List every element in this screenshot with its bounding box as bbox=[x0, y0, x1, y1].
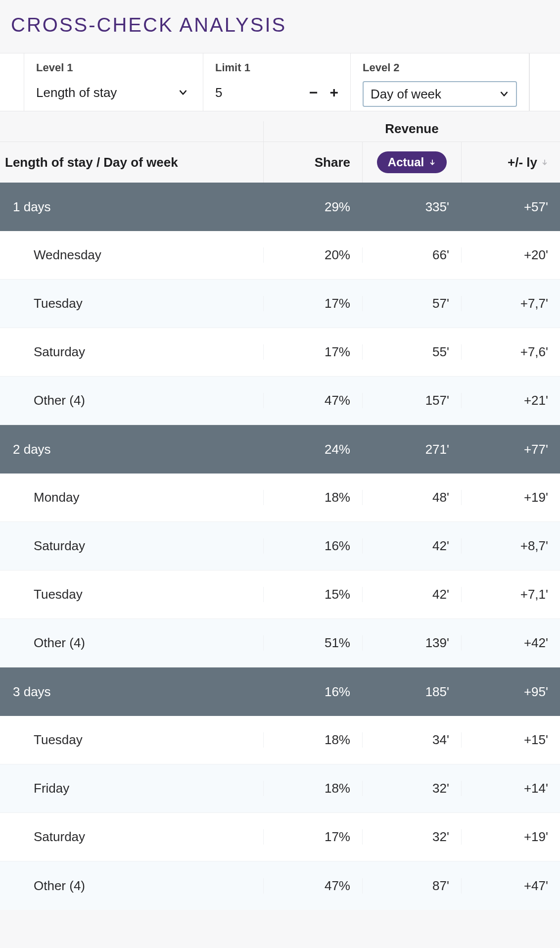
row-share: 17% bbox=[263, 344, 362, 360]
limit-decrement-button[interactable]: − bbox=[309, 85, 318, 100]
row-actual: 57' bbox=[362, 296, 461, 311]
column-actual-label: Actual bbox=[388, 155, 424, 169]
row-label: Saturday bbox=[0, 538, 263, 554]
row-actual: 66' bbox=[362, 247, 461, 263]
row-ly: +7,7' bbox=[461, 296, 560, 311]
row-ly: +7,6' bbox=[461, 344, 560, 360]
group-share: 16% bbox=[263, 684, 362, 700]
row-ly: +8,7' bbox=[461, 538, 560, 554]
table-row[interactable]: Saturday17%32'+19' bbox=[0, 813, 560, 861]
row-label: Tuesday bbox=[0, 732, 263, 748]
column-share[interactable]: Share bbox=[263, 142, 362, 183]
row-share: 18% bbox=[263, 490, 362, 505]
row-label: Other (4) bbox=[0, 635, 263, 651]
actual-sort-pill[interactable]: Actual bbox=[377, 151, 447, 173]
group-actual: 271' bbox=[362, 442, 461, 457]
row-label: Tuesday bbox=[0, 296, 263, 311]
table-row[interactable]: Saturday17%55'+7,6' bbox=[0, 328, 560, 377]
row-label: Other (4) bbox=[0, 393, 263, 408]
row-label: Saturday bbox=[0, 829, 263, 845]
group-row[interactable]: 3 days16%185'+95' bbox=[0, 667, 560, 716]
row-actual: 48' bbox=[362, 490, 461, 505]
row-actual: 32' bbox=[362, 781, 461, 796]
filter-tail bbox=[529, 53, 560, 111]
row-ly: +42' bbox=[461, 635, 560, 651]
group-share: 29% bbox=[263, 199, 362, 215]
row-label: Saturday bbox=[0, 344, 263, 360]
filter-level2-label: Level 2 bbox=[363, 61, 517, 74]
filter-level2: Level 2 Day of week bbox=[350, 53, 529, 111]
table-row[interactable]: Other (4)51%139'+42' bbox=[0, 619, 560, 667]
row-actual: 87' bbox=[362, 878, 461, 894]
row-label: Other (4) bbox=[0, 878, 263, 894]
row-share: 15% bbox=[263, 587, 362, 602]
group-ly: +77' bbox=[461, 442, 560, 457]
row-ly: +20' bbox=[461, 247, 560, 263]
table-row[interactable]: Other (4)47%157'+21' bbox=[0, 377, 560, 425]
row-label: Monday bbox=[0, 490, 263, 505]
page-title: CROSS-CHECK ANALYSIS bbox=[0, 0, 560, 53]
group-actual: 335' bbox=[362, 199, 461, 215]
group-label: 1 days bbox=[0, 199, 263, 215]
row-share: 47% bbox=[263, 393, 362, 408]
table-body: 1 days29%335'+57'Wednesday20%66'+20'Tues… bbox=[0, 183, 560, 910]
filter-bar: Level 1 Length of stay Limit 1 5 − + Lev… bbox=[0, 53, 560, 111]
row-actual: 32' bbox=[362, 829, 461, 845]
level2-value: Day of week bbox=[371, 87, 441, 102]
group-actual: 185' bbox=[362, 684, 461, 700]
row-ly: +15' bbox=[461, 732, 560, 748]
level1-value: Length of stay bbox=[36, 85, 117, 100]
filter-limit1: Limit 1 5 − + bbox=[203, 53, 350, 111]
table-row[interactable]: Tuesday18%34'+15' bbox=[0, 716, 560, 764]
column-actual[interactable]: Actual bbox=[362, 142, 461, 183]
filter-limit1-label: Limit 1 bbox=[215, 61, 338, 74]
table-row[interactable]: Friday18%32'+14' bbox=[0, 764, 560, 813]
level2-select[interactable]: Day of week bbox=[363, 81, 517, 107]
table-row[interactable]: Tuesday17%57'+7,7' bbox=[0, 280, 560, 328]
limit-increment-button[interactable]: + bbox=[329, 85, 338, 100]
row-share: 17% bbox=[263, 296, 362, 311]
filter-level1: Level 1 Length of stay bbox=[24, 53, 203, 111]
group-share: 24% bbox=[263, 442, 362, 457]
table-row[interactable]: Monday18%48'+19' bbox=[0, 474, 560, 522]
table-header: Revenue Length of stay / Day of week Sha… bbox=[0, 111, 560, 183]
row-actual: 55' bbox=[362, 344, 461, 360]
table-row[interactable]: Tuesday15%42'+7,1' bbox=[0, 570, 560, 619]
group-row[interactable]: 2 days24%271'+77' bbox=[0, 425, 560, 474]
column-group-revenue: Revenue bbox=[263, 121, 560, 142]
sort-desc-icon bbox=[429, 159, 436, 166]
row-ly: +14' bbox=[461, 781, 560, 796]
row-share: 18% bbox=[263, 781, 362, 796]
row-label: Wednesday bbox=[0, 247, 263, 263]
row-ly: +47' bbox=[461, 878, 560, 894]
group-label: 2 days bbox=[0, 442, 263, 457]
group-ly: +57' bbox=[461, 199, 560, 215]
group-label: 3 days bbox=[0, 684, 263, 700]
column-ly-label: +/- ly bbox=[508, 155, 537, 170]
table-row[interactable]: Saturday16%42'+8,7' bbox=[0, 522, 560, 570]
group-ly: +95' bbox=[461, 684, 560, 700]
level1-select[interactable]: Length of stay bbox=[36, 81, 191, 104]
row-actual: 34' bbox=[362, 732, 461, 748]
chevron-down-icon bbox=[178, 88, 188, 97]
cross-check-table: Revenue Length of stay / Day of week Sha… bbox=[0, 111, 560, 910]
column-ly[interactable]: +/- ly bbox=[461, 142, 560, 183]
row-ly: +19' bbox=[461, 490, 560, 505]
row-ly: +7,1' bbox=[461, 587, 560, 602]
column-share-label: Share bbox=[315, 155, 350, 170]
table-row[interactable]: Other (4)47%87'+47' bbox=[0, 861, 560, 910]
row-dimension-header: Length of stay / Day of week bbox=[0, 155, 263, 170]
sort-icon bbox=[541, 159, 548, 166]
row-ly: +19' bbox=[461, 829, 560, 845]
filter-level1-label: Level 1 bbox=[36, 61, 191, 74]
row-actual: 157' bbox=[362, 393, 461, 408]
row-share: 51% bbox=[263, 635, 362, 651]
row-share: 17% bbox=[263, 829, 362, 845]
row-actual: 42' bbox=[362, 587, 461, 602]
row-actual: 139' bbox=[362, 635, 461, 651]
row-ly: +21' bbox=[461, 393, 560, 408]
limit1-value: 5 bbox=[215, 85, 222, 100]
group-row[interactable]: 1 days29%335'+57' bbox=[0, 183, 560, 231]
row-share: 20% bbox=[263, 247, 362, 263]
table-row[interactable]: Wednesday20%66'+20' bbox=[0, 231, 560, 280]
